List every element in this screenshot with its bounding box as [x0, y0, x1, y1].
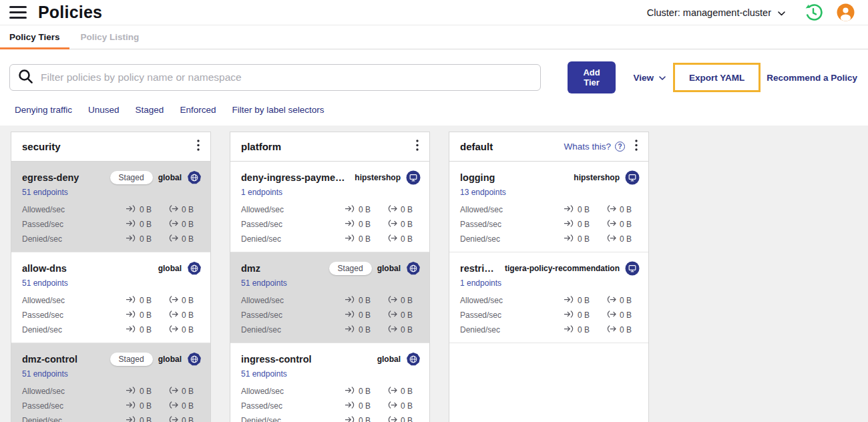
tier-help[interactable]: Whats this? ?: [564, 142, 625, 152]
tier-column: platform deny-ingress-paymentservi… hips…: [230, 132, 430, 422]
metric-row: Passed/sec 0 B 0 B: [241, 308, 421, 323]
metric-value-in: 0 B: [359, 220, 371, 229]
user-avatar-icon[interactable]: [837, 3, 855, 21]
policy-name: deny-ingress-paymentservi…: [241, 172, 345, 183]
traffic-in-icon: [345, 310, 355, 320]
policy-name: ingress-control: [241, 354, 368, 365]
endpoints-link[interactable]: 51 endpoints: [22, 369, 68, 379]
metric-value-out: 0 B: [182, 325, 194, 335]
metric-label: Denied/sec: [22, 416, 126, 422]
chevron-down-icon: [778, 7, 785, 18]
metric-label: Allowed/sec: [241, 296, 345, 305]
tier-menu-kebab-icon[interactable]: [631, 137, 642, 156]
tab-policy-tiers[interactable]: Policy Tiers: [0, 25, 69, 49]
endpoints-link[interactable]: 51 endpoints: [22, 188, 68, 197]
policy-filter-input[interactable]: [41, 71, 532, 83]
policy-card[interactable]: dmz Staged global 51 endpoints Allowed/s…: [230, 252, 429, 343]
metric-row: Denied/sec 0 B 0 B: [241, 232, 421, 246]
metric-value-out: 0 B: [620, 296, 632, 305]
endpoints-link[interactable]: 13 endpoints: [460, 188, 506, 197]
policy-card[interactable]: dmz-control Staged global 51 endpoints A…: [11, 343, 210, 422]
metric-value-out: 0 B: [401, 234, 413, 244]
toolbar-actions: Add Tier View Export YAML Recommend a Po…: [568, 61, 857, 93]
cluster-selector[interactable]: Cluster: management-cluster: [647, 7, 785, 18]
metric-label: Denied/sec: [241, 325, 345, 335]
endpoints-link[interactable]: 51 endpoints: [241, 369, 287, 379]
metric-value-in: 0 B: [140, 387, 152, 396]
chevron-down-icon: [659, 73, 666, 83]
history-clock-icon[interactable]: [804, 3, 823, 22]
policy-card[interactable]: allow-dns global 51 endpoints Allowed/se…: [11, 252, 210, 343]
view-dropdown-button[interactable]: View: [633, 73, 666, 83]
traffic-in-icon: [345, 325, 355, 335]
metric-row: Allowed/sec 0 B 0 B: [460, 202, 640, 217]
endpoints-link[interactable]: 1 endpoints: [241, 188, 282, 197]
traffic-out-icon: [606, 234, 616, 244]
tier-name: platform: [241, 141, 281, 152]
metric-rows: Allowed/sec 0 B 0 B Passed/se: [22, 293, 202, 337]
namespace-icon: [625, 261, 640, 276]
metric-label: Passed/sec: [241, 310, 345, 320]
traffic-out-icon: [387, 325, 397, 335]
policy-name: restricted: [460, 263, 495, 274]
endpoints-link[interactable]: 51 endpoints: [22, 278, 68, 288]
metric-label: Allowed/sec: [22, 205, 126, 214]
metric-value-out: 0 B: [182, 205, 194, 214]
traffic-in-icon: [345, 401, 355, 411]
tier-menu-kebab-icon[interactable]: [193, 137, 204, 156]
traffic-out-icon: [387, 296, 397, 305]
metric-row: Allowed/sec 0 B 0 B: [22, 293, 202, 308]
export-yaml-button[interactable]: Export YAML: [689, 73, 744, 83]
metric-value-out: 0 B: [401, 310, 413, 320]
namespace-icon: [625, 170, 640, 185]
tab-policy-listing[interactable]: Policy Listing: [71, 25, 149, 49]
metric-rows: Allowed/sec 0 B 0 B Passed/se: [241, 293, 421, 337]
metric-rows: Allowed/sec 0 B 0 B Passed/se: [22, 202, 202, 246]
tier-menu-kebab-icon[interactable]: [412, 137, 423, 156]
traffic-in-icon: [345, 220, 355, 229]
policy-card[interactable]: deny-ingress-paymentservi… hipstershop 1…: [230, 162, 429, 252]
metric-rows: Allowed/sec 0 B 0 B Passed/se: [22, 384, 202, 422]
filter-denying-traffic[interactable]: Denying traffic: [15, 105, 72, 115]
tier-header: security: [11, 132, 210, 162]
metric-label: Passed/sec: [22, 310, 126, 320]
metric-row: Passed/sec 0 B 0 B: [22, 399, 202, 413]
filter-staged[interactable]: Staged: [136, 105, 164, 115]
endpoints-link[interactable]: 51 endpoints: [241, 278, 287, 288]
filter-enforced[interactable]: Enforced: [180, 105, 216, 115]
policy-card[interactable]: egress-deny Staged global 51 endpoints A…: [11, 162, 210, 252]
traffic-out-icon: [387, 234, 397, 244]
metric-value-in: 0 B: [359, 310, 371, 320]
traffic-out-icon: [387, 220, 397, 229]
policy-card[interactable]: ingress-control global 51 endpoints Allo…: [230, 343, 429, 422]
add-tier-button[interactable]: Add Tier: [568, 61, 616, 93]
recommend-policy-button[interactable]: Recommend a Policy: [767, 73, 857, 83]
metric-value-out: 0 B: [620, 325, 632, 335]
metric-label: Denied/sec: [241, 234, 345, 244]
metric-row: Denied/sec 0 B 0 B: [241, 413, 421, 422]
global-icon: [406, 261, 421, 276]
metric-value-out: 0 B: [620, 234, 632, 244]
metric-label: Allowed/sec: [460, 296, 564, 305]
metric-label: Passed/sec: [460, 310, 564, 320]
metric-label: Allowed/sec: [22, 296, 126, 305]
traffic-in-icon: [345, 234, 355, 244]
top-bar-right: Cluster: management-cluster: [647, 3, 855, 22]
traffic-in-icon: [126, 387, 136, 396]
hamburger-menu-icon[interactable]: [9, 6, 27, 19]
tab-policy-tiers-label: Policy Tiers: [9, 32, 60, 42]
traffic-in-icon: [564, 296, 574, 305]
metric-label: Denied/sec: [460, 325, 564, 335]
filter-by-label-selectors[interactable]: Filter by label selectors: [232, 105, 324, 115]
question-circle-icon: ?: [615, 142, 625, 152]
traffic-out-icon: [606, 205, 616, 214]
metric-value-in: 0 B: [578, 220, 590, 229]
global-icon: [406, 352, 421, 367]
policy-scope-label: hipstershop: [355, 173, 401, 182]
global-icon: [187, 170, 202, 185]
filter-unused[interactable]: Unused: [88, 105, 120, 115]
policy-card[interactable]: restricted tigera-policy-recommendation …: [449, 252, 648, 343]
metric-value-out: 0 B: [401, 325, 413, 335]
endpoints-link[interactable]: 1 endpoints: [460, 278, 501, 288]
policy-card[interactable]: logging hipstershop 13 endpoints Allowed…: [449, 162, 648, 252]
